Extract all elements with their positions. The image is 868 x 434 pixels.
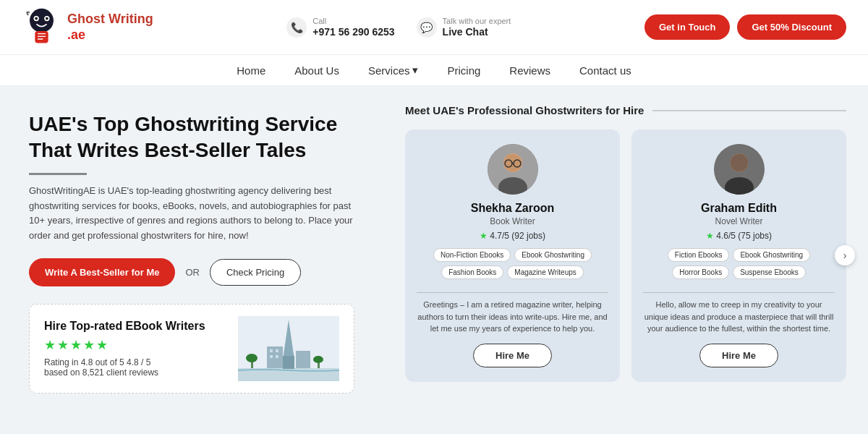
- ebook-card-content: Hire Top-rated EBook Writers ★★★★★ Ratin…: [44, 320, 231, 378]
- chat-icon: 💬: [417, 17, 437, 38]
- tag-1-1: Non-Fiction Ebooks: [433, 248, 511, 262]
- left-section: UAE's Top Ghostwriting Service That Writ…: [0, 86, 383, 434]
- write-bestseller-button[interactable]: Write A Best-Seller for Me: [29, 258, 175, 286]
- or-text: OR: [185, 267, 200, 278]
- svg-point-3: [35, 17, 38, 20]
- section-divider: [652, 110, 846, 111]
- logo-name: Ghost Writing: [67, 12, 153, 26]
- phone-text: Call +971 56 290 6253: [312, 17, 394, 38]
- star-icon-2: ★: [706, 231, 714, 241]
- phone-contact: 📞 Call +971 56 290 6253: [286, 17, 394, 38]
- writer-tags-2: Fiction Ebooks Ebook Ghostwriting Horror…: [643, 248, 835, 279]
- hero-divider: [29, 173, 87, 175]
- right-section: Meet UAE's Professional Ghostwriters for…: [383, 86, 868, 434]
- hero-title: UAE's Top Ghostwriting Service That Writ…: [29, 111, 354, 164]
- next-arrow[interactable]: ›: [835, 245, 855, 265]
- svg-point-30: [731, 154, 748, 171]
- svg-point-4: [46, 17, 48, 20]
- star-icon-1: ★: [480, 231, 488, 241]
- nav-services[interactable]: Services ▾: [368, 64, 419, 77]
- nav-home[interactable]: Home: [237, 64, 265, 77]
- hero-buttons: Write A Best-Seller for Me OR Check Pric…: [29, 258, 354, 286]
- get-discount-button[interactable]: Get 50% Discount: [737, 14, 846, 40]
- writer-rating-2: ★ 4.6/5 (75 jobs): [706, 231, 772, 241]
- ebook-card: Hire Top-rated EBook Writers ★★★★★ Ratin…: [29, 304, 354, 393]
- get-in-touch-button[interactable]: Get in Touch: [644, 14, 730, 40]
- tag-2-4: Suspense Ebooks: [733, 265, 806, 279]
- svg-rect-5: [35, 31, 48, 43]
- chat-text: Talk with our expert Live Chat: [443, 17, 511, 38]
- writer-avatar-1: [488, 144, 538, 195]
- reviews-count: based on 8,521 client reviews: [44, 367, 158, 378]
- call-label: Call: [312, 17, 394, 25]
- hire-button-1[interactable]: Hire Me: [473, 344, 552, 367]
- tag-1-3: Fashion Books: [441, 265, 503, 279]
- writer-card-1: Shekha Zaroon Book Writer ★ 4.7/5 (92 jo…: [405, 129, 620, 382]
- svg-rect-11: [296, 351, 310, 368]
- writer-role-1: Book Writer: [490, 216, 535, 226]
- writer-name-2: Graham Edith: [701, 202, 777, 215]
- writer-divider-1: [417, 292, 608, 293]
- ebook-stars: ★★★★★: [44, 337, 231, 353]
- svg-point-19: [313, 356, 323, 363]
- section-header: Meet UAE's Professional Ghostwriters for…: [405, 104, 846, 116]
- logo[interactable]: Ghost Writing .ae: [22, 7, 153, 47]
- svg-point-23: [504, 154, 522, 171]
- tag-2-2: Ebook Ghostwriting: [733, 248, 810, 262]
- rating-value-1: 4.7/5 (92 jobs): [490, 231, 545, 241]
- top-action-buttons: Get in Touch Get 50% Discount: [644, 14, 846, 40]
- writer-divider-2: [643, 292, 835, 293]
- writer-tags-1: Non-Fiction Ebooks Ebook Ghostwriting Fa…: [417, 248, 608, 279]
- nav-pricing[interactable]: Pricing: [447, 64, 480, 77]
- svg-rect-12: [270, 349, 273, 352]
- rating-value: Rating in 4.8 out of 5 4.8 / 5: [44, 357, 150, 367]
- writer-name-1: Shekha Zaroon: [471, 202, 555, 215]
- chat-label: Talk with our expert: [443, 17, 511, 25]
- chat-contact: 💬 Talk with our expert Live Chat: [417, 17, 511, 38]
- writer-card-2: Graham Edith Novel Writer ★ 4.6/5 (75 jo…: [631, 129, 846, 382]
- nav-contact[interactable]: Contact us: [579, 64, 631, 77]
- logo-text: Ghost Writing .ae: [67, 12, 153, 43]
- nav-services-label: Services: [368, 64, 410, 77]
- nav-about[interactable]: About Us: [294, 64, 339, 77]
- top-center-area: 📞 Call +971 56 290 6253 💬 Talk with our …: [168, 17, 630, 38]
- svg-rect-9: [283, 356, 294, 369]
- ebook-rating-text: Rating in 4.8 out of 5 4.8 / 5 based on …: [44, 357, 231, 378]
- phone-number[interactable]: +971 56 290 6253: [312, 26, 394, 38]
- writer-desc-1: Greetings – I am a retired magazine writ…: [417, 299, 608, 335]
- top-bar: Ghost Writing .ae 📞 Call +971 56 290 625…: [0, 0, 868, 55]
- svg-rect-15: [276, 355, 278, 358]
- ebook-card-title: Hire Top-rated EBook Writers: [44, 320, 231, 333]
- hire-button-2[interactable]: Hire Me: [699, 344, 778, 367]
- building-illustration: [238, 316, 339, 381]
- hero-description: GhostWritingAE is UAE's top-leading ghos…: [29, 184, 354, 244]
- svg-point-0: [30, 9, 54, 33]
- tag-2-1: Fiction Ebooks: [668, 248, 730, 262]
- writer-rating-1: ★ 4.7/5 (92 jobs): [480, 231, 545, 241]
- live-chat-label[interactable]: Live Chat: [443, 26, 488, 38]
- tag-2-3: Horror Books: [672, 265, 729, 279]
- svg-rect-13: [276, 349, 278, 352]
- writer-role-2: Novel Writer: [715, 216, 763, 226]
- nav-reviews[interactable]: Reviews: [509, 64, 550, 77]
- svg-rect-10: [267, 346, 283, 368]
- section-title: Meet UAE's Professional Ghostwriters for…: [405, 104, 644, 116]
- rating-value-2: 4.6/5 (75 jobs): [716, 231, 772, 241]
- svg-point-17: [246, 354, 258, 362]
- chevron-down-icon: ▾: [412, 64, 418, 77]
- writer-avatar-2: [714, 144, 765, 195]
- check-pricing-button[interactable]: Check Pricing: [210, 259, 301, 286]
- main-content: UAE's Top Ghostwriting Service That Writ…: [0, 86, 868, 434]
- tag-1-2: Ebook Ghostwriting: [514, 248, 592, 262]
- tag-1-4: Magazine Writeups: [507, 265, 583, 279]
- nav-bar: Home About Us Services ▾ Pricing Reviews…: [0, 55, 868, 86]
- writer-desc-2: Hello, allow me to creep in my creativit…: [643, 299, 835, 335]
- writers-grid: Shekha Zaroon Book Writer ★ 4.7/5 (92 jo…: [405, 129, 846, 382]
- logo-domain: .ae: [67, 27, 85, 42]
- logo-icon: [22, 7, 61, 47]
- phone-icon: 📞: [286, 17, 307, 38]
- svg-rect-14: [270, 355, 273, 358]
